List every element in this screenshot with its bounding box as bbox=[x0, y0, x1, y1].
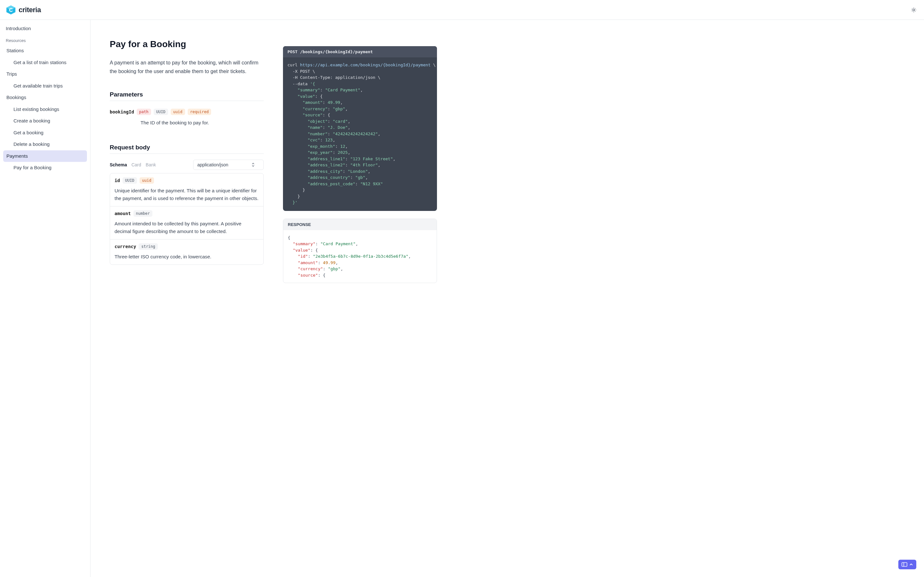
nav-payments-pay[interactable]: Pay for a Booking bbox=[3, 162, 87, 174]
svg-rect-12 bbox=[902, 562, 907, 566]
schema-field-amount: amount number Amount intended to be coll… bbox=[110, 206, 263, 239]
field-description: Unique identifier for the payment. This … bbox=[115, 187, 259, 202]
code-header: POST /bookings/{bookingId}/payment bbox=[283, 46, 437, 57]
schema-field-id: id UUID uuid Unique identifier for the p… bbox=[110, 173, 263, 206]
response-body[interactable]: { "summary": "Card Payment", "value": { … bbox=[283, 230, 437, 283]
chevron-up-down-icon bbox=[251, 163, 255, 167]
response-panel: RESPONSE { "summary": "Card Payment", "v… bbox=[283, 219, 437, 284]
param-chip-type: UUID bbox=[153, 109, 168, 115]
svg-line-6 bbox=[912, 8, 913, 8]
page-title: Pay for a Booking bbox=[110, 39, 264, 49]
field-description: Amount intended to be collected by this … bbox=[115, 220, 259, 235]
nav-stations[interactable]: Stations bbox=[3, 45, 87, 57]
nav-bookings-get[interactable]: Get a booking bbox=[3, 127, 87, 139]
chevron-up-icon bbox=[909, 563, 913, 566]
logo-icon: C bbox=[6, 5, 16, 15]
page-description: A payment is an attempt to pay for the b… bbox=[110, 58, 264, 76]
brand-logo[interactable]: C criteria bbox=[6, 5, 41, 15]
field-chip-type: UUID bbox=[123, 177, 137, 184]
content-type-select[interactable]: application/json bbox=[193, 160, 264, 170]
nav-trips-list[interactable]: Get available train trips bbox=[3, 80, 87, 92]
field-chip-type: string bbox=[139, 243, 158, 250]
field-description: Three-letter ISO currency code, in lower… bbox=[115, 253, 259, 261]
svg-line-11 bbox=[915, 8, 915, 8]
nav-bookings[interactable]: Bookings bbox=[3, 92, 87, 103]
app-header: C criteria bbox=[0, 0, 924, 20]
main-content: Pay for a Booking A payment is an attemp… bbox=[90, 20, 924, 577]
schema-box: id UUID uuid Unique identifier for the p… bbox=[110, 173, 264, 265]
svg-text:C: C bbox=[9, 7, 13, 13]
field-chip-format: uuid bbox=[140, 177, 154, 184]
nav-bookings-list[interactable]: List existing bookings bbox=[3, 103, 87, 115]
content-type-value: application/json bbox=[197, 162, 228, 167]
brand-name: criteria bbox=[19, 6, 41, 14]
param-chip-path: path bbox=[137, 109, 151, 115]
field-name: currency bbox=[115, 244, 136, 249]
parameters-heading: Parameters bbox=[110, 91, 264, 101]
parameter-row: bookingId path UUID uuid required The ID… bbox=[110, 103, 264, 134]
response-header: RESPONSE bbox=[283, 219, 437, 230]
field-chip-type: number bbox=[134, 210, 152, 217]
tab-card[interactable]: Card bbox=[132, 162, 141, 167]
code-body[interactable]: curl https://api.example.com/bookings/{b… bbox=[283, 57, 437, 211]
param-chip-format: uuid bbox=[171, 109, 185, 115]
nav-bookings-delete[interactable]: Delete a booking bbox=[3, 139, 87, 150]
tab-schema[interactable]: Schema bbox=[110, 162, 127, 167]
nav-bookings-create[interactable]: Create a booking bbox=[3, 115, 87, 127]
schema-tabs: Schema Card Bank bbox=[110, 162, 156, 167]
tab-bank[interactable]: Bank bbox=[145, 162, 156, 167]
param-description: The ID of the booking to pay for. bbox=[110, 119, 264, 127]
nav-trips[interactable]: Trips bbox=[3, 68, 87, 80]
nav-stations-list[interactable]: Get a list of train stations bbox=[3, 57, 87, 69]
sidebar-nav: Introduction Resources Stations Get a li… bbox=[0, 20, 90, 577]
nav-payments[interactable]: Payments bbox=[3, 150, 87, 162]
field-name: amount bbox=[115, 211, 131, 216]
panel-icon bbox=[901, 562, 907, 567]
request-code-panel: POST /bookings/{bookingId}/payment curl … bbox=[283, 46, 437, 211]
param-chip-required: required bbox=[188, 109, 212, 115]
request-body-heading: Request body bbox=[110, 144, 264, 154]
svg-point-3 bbox=[913, 9, 915, 11]
nav-introduction[interactable]: Introduction bbox=[3, 24, 87, 33]
floating-action-button[interactable] bbox=[898, 560, 916, 569]
nav-section-resources: Resources bbox=[3, 35, 87, 45]
svg-line-10 bbox=[912, 11, 913, 11]
svg-line-7 bbox=[915, 11, 915, 11]
param-name: bookingId bbox=[110, 109, 134, 114]
theme-toggle[interactable] bbox=[909, 5, 918, 15]
schema-field-currency: currency string Three-letter ISO currenc… bbox=[110, 239, 263, 264]
field-name: id bbox=[115, 178, 120, 183]
